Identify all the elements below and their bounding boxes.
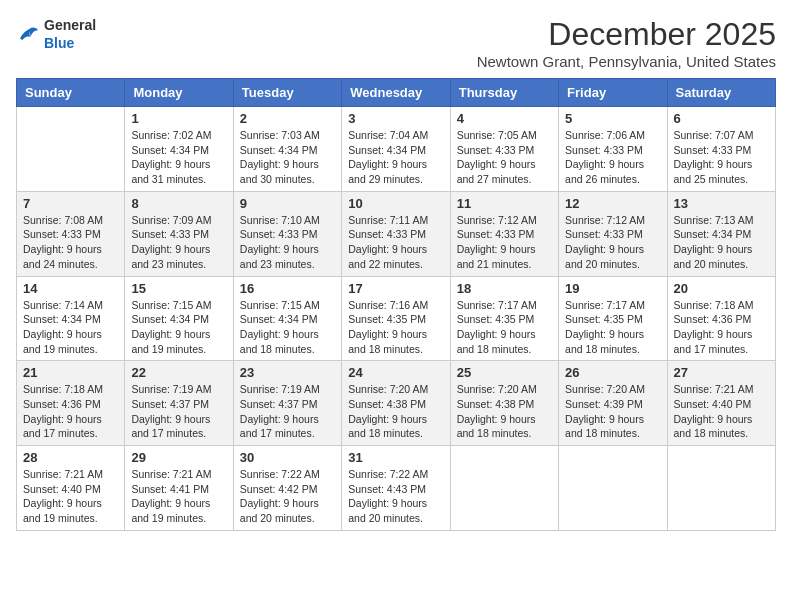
day-number: 15 xyxy=(131,281,226,296)
day-number: 8 xyxy=(131,196,226,211)
calendar-cell: 26Sunrise: 7:20 AMSunset: 4:39 PMDayligh… xyxy=(559,361,667,446)
day-info: Sunrise: 7:12 AMSunset: 4:33 PMDaylight:… xyxy=(565,213,660,272)
calendar-cell: 7Sunrise: 7:08 AMSunset: 4:33 PMDaylight… xyxy=(17,191,125,276)
day-number: 31 xyxy=(348,450,443,465)
day-number: 3 xyxy=(348,111,443,126)
day-number: 22 xyxy=(131,365,226,380)
day-info: Sunrise: 7:12 AMSunset: 4:33 PMDaylight:… xyxy=(457,213,552,272)
calendar-cell: 6Sunrise: 7:07 AMSunset: 4:33 PMDaylight… xyxy=(667,107,775,192)
calendar-cell: 23Sunrise: 7:19 AMSunset: 4:37 PMDayligh… xyxy=(233,361,341,446)
day-info: Sunrise: 7:17 AMSunset: 4:35 PMDaylight:… xyxy=(457,298,552,357)
calendar-cell xyxy=(17,107,125,192)
location: Newtown Grant, Pennsylvania, United Stat… xyxy=(477,53,776,70)
calendar-cell: 20Sunrise: 7:18 AMSunset: 4:36 PMDayligh… xyxy=(667,276,775,361)
calendar-cell: 10Sunrise: 7:11 AMSunset: 4:33 PMDayligh… xyxy=(342,191,450,276)
day-info: Sunrise: 7:20 AMSunset: 4:38 PMDaylight:… xyxy=(457,382,552,441)
day-info: Sunrise: 7:18 AMSunset: 4:36 PMDaylight:… xyxy=(23,382,118,441)
calendar-cell xyxy=(559,446,667,531)
day-number: 18 xyxy=(457,281,552,296)
day-info: Sunrise: 7:14 AMSunset: 4:34 PMDaylight:… xyxy=(23,298,118,357)
day-info: Sunrise: 7:21 AMSunset: 4:40 PMDaylight:… xyxy=(674,382,769,441)
weekday-header-saturday: Saturday xyxy=(667,79,775,107)
calendar-cell: 28Sunrise: 7:21 AMSunset: 4:40 PMDayligh… xyxy=(17,446,125,531)
calendar-cell: 29Sunrise: 7:21 AMSunset: 4:41 PMDayligh… xyxy=(125,446,233,531)
logo-bird-icon xyxy=(16,24,40,44)
calendar-cell: 15Sunrise: 7:15 AMSunset: 4:34 PMDayligh… xyxy=(125,276,233,361)
calendar-week-row: 21Sunrise: 7:18 AMSunset: 4:36 PMDayligh… xyxy=(17,361,776,446)
day-info: Sunrise: 7:07 AMSunset: 4:33 PMDaylight:… xyxy=(674,128,769,187)
day-number: 17 xyxy=(348,281,443,296)
calendar-cell: 13Sunrise: 7:13 AMSunset: 4:34 PMDayligh… xyxy=(667,191,775,276)
day-number: 26 xyxy=(565,365,660,380)
weekday-header-tuesday: Tuesday xyxy=(233,79,341,107)
day-info: Sunrise: 7:19 AMSunset: 4:37 PMDaylight:… xyxy=(131,382,226,441)
logo: General Blue xyxy=(16,16,96,52)
day-info: Sunrise: 7:15 AMSunset: 4:34 PMDaylight:… xyxy=(240,298,335,357)
page-header: General Blue December 2025 Newtown Grant… xyxy=(16,16,776,70)
calendar-cell: 18Sunrise: 7:17 AMSunset: 4:35 PMDayligh… xyxy=(450,276,558,361)
calendar-cell xyxy=(450,446,558,531)
weekday-header-wednesday: Wednesday xyxy=(342,79,450,107)
day-info: Sunrise: 7:11 AMSunset: 4:33 PMDaylight:… xyxy=(348,213,443,272)
day-info: Sunrise: 7:06 AMSunset: 4:33 PMDaylight:… xyxy=(565,128,660,187)
calendar-cell: 12Sunrise: 7:12 AMSunset: 4:33 PMDayligh… xyxy=(559,191,667,276)
day-number: 6 xyxy=(674,111,769,126)
day-info: Sunrise: 7:21 AMSunset: 4:41 PMDaylight:… xyxy=(131,467,226,526)
calendar-cell: 25Sunrise: 7:20 AMSunset: 4:38 PMDayligh… xyxy=(450,361,558,446)
calendar-cell: 24Sunrise: 7:20 AMSunset: 4:38 PMDayligh… xyxy=(342,361,450,446)
day-number: 9 xyxy=(240,196,335,211)
weekday-header-monday: Monday xyxy=(125,79,233,107)
day-info: Sunrise: 7:22 AMSunset: 4:43 PMDaylight:… xyxy=(348,467,443,526)
day-number: 27 xyxy=(674,365,769,380)
day-number: 23 xyxy=(240,365,335,380)
day-info: Sunrise: 7:20 AMSunset: 4:39 PMDaylight:… xyxy=(565,382,660,441)
day-number: 30 xyxy=(240,450,335,465)
day-number: 28 xyxy=(23,450,118,465)
day-number: 7 xyxy=(23,196,118,211)
calendar-week-row: 14Sunrise: 7:14 AMSunset: 4:34 PMDayligh… xyxy=(17,276,776,361)
day-info: Sunrise: 7:13 AMSunset: 4:34 PMDaylight:… xyxy=(674,213,769,272)
day-info: Sunrise: 7:19 AMSunset: 4:37 PMDaylight:… xyxy=(240,382,335,441)
day-number: 13 xyxy=(674,196,769,211)
day-info: Sunrise: 7:15 AMSunset: 4:34 PMDaylight:… xyxy=(131,298,226,357)
day-number: 19 xyxy=(565,281,660,296)
calendar-week-row: 7Sunrise: 7:08 AMSunset: 4:33 PMDaylight… xyxy=(17,191,776,276)
weekday-header-sunday: Sunday xyxy=(17,79,125,107)
weekday-header-row: SundayMondayTuesdayWednesdayThursdayFrid… xyxy=(17,79,776,107)
day-info: Sunrise: 7:03 AMSunset: 4:34 PMDaylight:… xyxy=(240,128,335,187)
day-number: 14 xyxy=(23,281,118,296)
calendar-cell: 5Sunrise: 7:06 AMSunset: 4:33 PMDaylight… xyxy=(559,107,667,192)
calendar-week-row: 1Sunrise: 7:02 AMSunset: 4:34 PMDaylight… xyxy=(17,107,776,192)
calendar-cell: 17Sunrise: 7:16 AMSunset: 4:35 PMDayligh… xyxy=(342,276,450,361)
day-info: Sunrise: 7:08 AMSunset: 4:33 PMDaylight:… xyxy=(23,213,118,272)
day-number: 21 xyxy=(23,365,118,380)
calendar-cell: 4Sunrise: 7:05 AMSunset: 4:33 PMDaylight… xyxy=(450,107,558,192)
day-info: Sunrise: 7:22 AMSunset: 4:42 PMDaylight:… xyxy=(240,467,335,526)
day-number: 1 xyxy=(131,111,226,126)
day-number: 25 xyxy=(457,365,552,380)
calendar-cell xyxy=(667,446,775,531)
day-info: Sunrise: 7:05 AMSunset: 4:33 PMDaylight:… xyxy=(457,128,552,187)
day-info: Sunrise: 7:17 AMSunset: 4:35 PMDaylight:… xyxy=(565,298,660,357)
calendar-cell: 21Sunrise: 7:18 AMSunset: 4:36 PMDayligh… xyxy=(17,361,125,446)
day-number: 4 xyxy=(457,111,552,126)
calendar-cell: 11Sunrise: 7:12 AMSunset: 4:33 PMDayligh… xyxy=(450,191,558,276)
weekday-header-thursday: Thursday xyxy=(450,79,558,107)
calendar-cell: 14Sunrise: 7:14 AMSunset: 4:34 PMDayligh… xyxy=(17,276,125,361)
calendar-cell: 2Sunrise: 7:03 AMSunset: 4:34 PMDaylight… xyxy=(233,107,341,192)
day-number: 12 xyxy=(565,196,660,211)
calendar-cell: 31Sunrise: 7:22 AMSunset: 4:43 PMDayligh… xyxy=(342,446,450,531)
day-info: Sunrise: 7:04 AMSunset: 4:34 PMDaylight:… xyxy=(348,128,443,187)
calendar-cell: 9Sunrise: 7:10 AMSunset: 4:33 PMDaylight… xyxy=(233,191,341,276)
day-number: 10 xyxy=(348,196,443,211)
day-info: Sunrise: 7:20 AMSunset: 4:38 PMDaylight:… xyxy=(348,382,443,441)
month-title: December 2025 xyxy=(477,16,776,53)
weekday-header-friday: Friday xyxy=(559,79,667,107)
day-info: Sunrise: 7:10 AMSunset: 4:33 PMDaylight:… xyxy=(240,213,335,272)
calendar-week-row: 28Sunrise: 7:21 AMSunset: 4:40 PMDayligh… xyxy=(17,446,776,531)
logo-text: General Blue xyxy=(44,16,96,52)
calendar-cell: 30Sunrise: 7:22 AMSunset: 4:42 PMDayligh… xyxy=(233,446,341,531)
day-info: Sunrise: 7:09 AMSunset: 4:33 PMDaylight:… xyxy=(131,213,226,272)
calendar-cell: 1Sunrise: 7:02 AMSunset: 4:34 PMDaylight… xyxy=(125,107,233,192)
day-info: Sunrise: 7:02 AMSunset: 4:34 PMDaylight:… xyxy=(131,128,226,187)
